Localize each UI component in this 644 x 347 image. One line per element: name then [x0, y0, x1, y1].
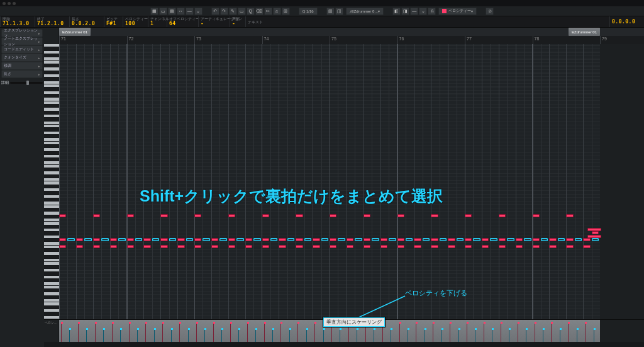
velocity-bar[interactable]	[492, 329, 492, 342]
midi-note[interactable]	[262, 214, 269, 217]
midi-note[interactable]	[355, 238, 362, 241]
midi-note[interactable]	[558, 238, 565, 241]
velocity-bar[interactable]	[306, 329, 307, 342]
midi-note[interactable]	[194, 214, 201, 217]
midi-note[interactable]	[59, 238, 66, 241]
velocity-bar[interactable]	[264, 323, 265, 342]
midi-note[interactable]	[110, 238, 117, 241]
midi-note[interactable]	[541, 238, 548, 241]
midi-note[interactable]	[338, 238, 345, 241]
tool-draw-7[interactable]: ⎌	[273, 8, 281, 15]
midi-note[interactable]	[465, 238, 472, 241]
midi-note[interactable]	[279, 245, 286, 248]
traffic-close[interactable]	[3, 2, 6, 5]
midi-note[interactable]	[389, 238, 396, 241]
tool-mid-2[interactable]: ▤	[168, 8, 176, 15]
info-end[interactable]: 終了 71.2.1.0	[35, 16, 69, 27]
velocity-bar[interactable]	[145, 323, 146, 342]
velocity-bar[interactable]	[577, 329, 577, 342]
tool-right-4[interactable]: ⎙	[428, 8, 436, 15]
tool-draw-0[interactable]: ↶	[211, 8, 219, 15]
tool-draw-4[interactable]: Q	[247, 8, 255, 15]
midi-note[interactable]	[135, 238, 142, 241]
velocity-bar[interactable]	[535, 323, 535, 342]
velocity-bar[interactable]	[484, 323, 484, 342]
velocity-bar[interactable]	[137, 329, 138, 342]
velocity-bar[interactable]	[154, 329, 155, 342]
midi-note[interactable]	[406, 238, 413, 241]
midi-note[interactable]	[93, 245, 100, 248]
midi-note[interactable]	[253, 238, 260, 241]
midi-note[interactable]	[177, 245, 184, 248]
midi-note[interactable]	[152, 238, 159, 241]
midi-note[interactable]	[101, 238, 108, 241]
midi-note[interactable]	[59, 214, 66, 217]
midi-note[interactable]	[431, 238, 438, 241]
velocity-bar[interactable]	[526, 329, 526, 342]
midi-note[interactable]	[549, 245, 556, 248]
midi-note[interactable]	[397, 245, 404, 248]
midi-note[interactable]	[448, 238, 455, 241]
velocity-bar[interactable]	[560, 329, 560, 342]
velocity-bar[interactable]	[433, 323, 433, 342]
midi-note[interactable]	[287, 238, 294, 241]
midi-note[interactable]	[59, 245, 66, 248]
info-offvel[interactable]: オフベロシティー 64	[167, 16, 198, 27]
tool-draw-3[interactable]: ▭	[238, 8, 246, 15]
midi-note[interactable]	[296, 238, 303, 241]
velocity-bar[interactable]	[230, 323, 231, 342]
midi-note[interactable]	[583, 245, 590, 248]
midi-note[interactable]	[533, 214, 540, 217]
velocity-bar[interactable]	[509, 329, 509, 342]
midi-note[interactable]	[431, 214, 438, 217]
tool-right-3[interactable]: ⌄	[419, 8, 427, 15]
velocity-bar[interactable]	[120, 329, 121, 342]
info-text[interactable]: テキスト	[245, 16, 264, 27]
midi-note[interactable]	[583, 238, 590, 241]
velocity-bar[interactable]	[280, 323, 281, 342]
panel-toggle[interactable]: ⎚	[486, 8, 494, 15]
velocity-bar[interactable]	[297, 323, 298, 342]
velocity-bar[interactable]	[61, 323, 62, 342]
velocity-bar[interactable]	[196, 323, 197, 342]
tool-draw-1[interactable]: ↷	[220, 8, 228, 15]
velocity-bar[interactable]	[221, 329, 222, 342]
midi-note[interactable]	[566, 245, 573, 248]
tool-mid-5[interactable]: ⌄	[194, 8, 203, 15]
velocity-bar[interactable]	[357, 329, 357, 342]
color-by-select[interactable]: ベロシティー ▾	[438, 8, 477, 15]
midi-note[interactable]	[228, 238, 235, 241]
quantize-field[interactable]: Q 1/16	[299, 8, 318, 15]
midi-note[interactable]	[219, 238, 226, 241]
midi-note[interactable]	[84, 238, 91, 241]
velocity-bar[interactable]	[568, 323, 569, 342]
midi-note[interactable]	[186, 238, 193, 241]
midi-note[interactable]	[93, 238, 100, 241]
inspector-row-5[interactable]: 長さ▸	[1, 70, 43, 78]
tool-mid-4[interactable]: —	[186, 8, 194, 15]
midi-note[interactable]	[127, 214, 134, 217]
inspector-slider[interactable]: 詳細	[1, 79, 43, 87]
info-pitch[interactable]: ピッチ F#1	[104, 16, 123, 27]
midi-note[interactable]	[321, 238, 328, 241]
info-length[interactable]: 長さ 0.0.2.0	[69, 16, 104, 27]
info-artic[interactable]: アーティキュレーション -	[198, 16, 230, 27]
midi-note[interactable]	[397, 238, 404, 241]
midi-note[interactable]	[575, 238, 582, 241]
velocity-bar[interactable]	[594, 329, 594, 342]
velocity-bar[interactable]	[238, 329, 239, 342]
velocity-bar[interactable]	[179, 323, 180, 342]
tool-mid-0[interactable]: ▦	[150, 8, 158, 15]
midi-note[interactable]	[76, 238, 83, 241]
velocity-bar[interactable]	[129, 323, 130, 342]
midi-note[interactable]	[423, 238, 430, 241]
part-name-right[interactable]: EZdrummer 01	[569, 28, 600, 36]
tool-draw-5[interactable]: ⌫	[255, 8, 264, 15]
info-voice[interactable]: 声部 -	[230, 16, 245, 27]
tool-right-2[interactable]: —	[410, 8, 418, 15]
midi-note[interactable]	[587, 228, 601, 231]
midi-note[interactable]	[67, 238, 74, 241]
midi-note[interactable]	[457, 238, 464, 241]
scrollbar-horizontal[interactable]	[44, 342, 644, 347]
midi-note[interactable]	[143, 245, 150, 248]
